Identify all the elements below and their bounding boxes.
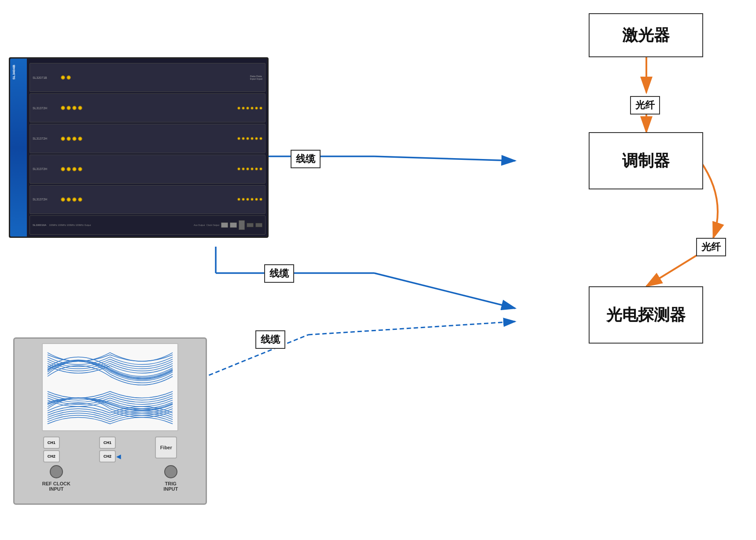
- connector: [72, 137, 77, 141]
- svg-line-4: [374, 156, 515, 161]
- connector-small: [251, 167, 254, 170]
- ch2-trig-knob[interactable]: CH2 ◀: [99, 450, 116, 462]
- connector-small: [246, 167, 249, 170]
- connector: [78, 167, 82, 171]
- ref-clock-label: REF CLOCK: [42, 481, 70, 486]
- connector-small: [251, 198, 254, 201]
- trig-ch-group: CH1 CH2 ◀: [99, 436, 116, 462]
- modulator-label: 调制器: [622, 150, 670, 172]
- connector-small: [259, 198, 262, 201]
- connector: [61, 137, 65, 141]
- connector: [66, 197, 71, 202]
- connector: [66, 167, 71, 171]
- rack-instrument: SL3404B SL32071B Data DataInput Input SL…: [9, 57, 282, 247]
- ch1-input-group: CH1 CH2: [43, 436, 60, 462]
- ch2-trig-label: CH2: [103, 454, 111, 459]
- module-sl31372h-2: SL31372H: [30, 124, 266, 153]
- main-container: 激光器 调制器 光电探测器 光纤 光纤 线缆 线缆 线缆 SL3404B: [0, 0, 756, 540]
- svg-line-9: [308, 322, 515, 335]
- laser-label: 激光器: [622, 25, 670, 46]
- svg-line-8: [189, 335, 308, 383]
- connector-small: [255, 137, 258, 140]
- connector-small: [259, 107, 262, 110]
- trig-input-knob[interactable]: [164, 465, 177, 478]
- connector-small: [237, 107, 240, 110]
- svg-line-7: [374, 273, 515, 308]
- module-sl300016a: SL300016A 100MHz 100MHz 100MHz 100MHz Ou…: [30, 215, 266, 235]
- ch1-trig-knob[interactable]: CH1: [99, 436, 116, 449]
- rack-modules: SL32071B Data DataInput Input SL31372H: [30, 63, 266, 235]
- connector-small: [259, 137, 262, 140]
- connector-small: [255, 167, 258, 170]
- laser-box: 激光器: [589, 13, 703, 57]
- svg-line-2: [646, 253, 700, 286]
- cable-label-dashed: 线缆: [255, 330, 285, 349]
- rack-side-panel: SL3404B: [10, 59, 27, 237]
- ch2-input-knob[interactable]: CH2: [43, 450, 60, 462]
- ethernet-port: [221, 222, 228, 228]
- ch1-trig-label: CH1: [103, 440, 111, 445]
- connector: [61, 75, 65, 80]
- connector-small: [251, 137, 254, 140]
- scope-controls: CH1 CH2 CH1 CH2: [19, 436, 201, 462]
- connector: [66, 106, 71, 110]
- ch1-input-knob[interactable]: CH1: [43, 436, 60, 449]
- fiber-group: Fiber: [155, 436, 177, 459]
- connector: [61, 167, 65, 171]
- cable-label-mid: 线缆: [264, 264, 294, 283]
- ref-clock-knob[interactable]: [50, 465, 63, 478]
- ch1-trig-group: CH1 CH2 ◀: [99, 436, 116, 462]
- ch1-input-label: CH1: [48, 440, 55, 445]
- connector: [61, 197, 65, 202]
- fiber-button[interactable]: Fiber: [155, 436, 177, 459]
- usb-port: [255, 223, 262, 227]
- ref-clock-input-label: INPUT: [42, 486, 70, 492]
- connector-small: [251, 107, 254, 110]
- module-sl32071b: SL32071B Data DataInput Input: [30, 63, 266, 92]
- connector: [78, 197, 82, 202]
- detector-box: 光电探测器: [589, 286, 703, 344]
- connector: [78, 106, 82, 110]
- db9-port: [239, 220, 245, 230]
- connector: [72, 197, 77, 202]
- trig-input-sublabel: INPUT: [163, 486, 178, 492]
- usb-port: [247, 223, 254, 227]
- module-sl31372h-4: SL31372H: [30, 185, 266, 214]
- ch2-input-label: CH2: [48, 454, 55, 459]
- module-sl31372h-1: SL31372H: [30, 93, 266, 122]
- connector: [61, 106, 65, 110]
- connector-small: [242, 137, 245, 140]
- ref-clock-group: REF CLOCK INPUT: [42, 465, 70, 492]
- bottom-knobs-row: REF CLOCK INPUT TRIG INPUT: [19, 465, 201, 492]
- detector-label: 光电探测器: [606, 304, 686, 326]
- connector-small: [242, 198, 245, 201]
- fiber-label-2: 光纤: [696, 238, 726, 256]
- cable-label-top: 线缆: [291, 150, 321, 168]
- connector-small: [259, 167, 262, 170]
- eye-diagram-screen: [42, 343, 178, 431]
- connector: [72, 106, 77, 110]
- input-ch-group: CH1 CH2: [43, 436, 60, 462]
- connector-small: [246, 198, 249, 201]
- module-sl31372h-3: SL31372H: [30, 155, 266, 184]
- connector-small: [246, 137, 249, 140]
- trig-input-label: TRIG: [163, 481, 178, 486]
- oscilloscope: CH1 CH2 CH1 CH2: [13, 337, 207, 505]
- connector-small: [242, 107, 245, 110]
- connector: [78, 137, 82, 141]
- connector-small: [255, 107, 258, 110]
- connector-small: [255, 198, 258, 201]
- connector: [66, 75, 71, 80]
- connector-small: [242, 167, 245, 170]
- connector: [72, 167, 77, 171]
- connector-small: [237, 198, 240, 201]
- ethernet-port: [230, 222, 237, 228]
- connector-small: [246, 107, 249, 110]
- modulator-box: 调制器: [589, 132, 703, 189]
- connector-small: [237, 167, 240, 170]
- connector-small: [237, 137, 240, 140]
- trig-input-group: TRIG INPUT: [163, 465, 178, 492]
- connector: [66, 137, 71, 141]
- fiber-label-1: 光纤: [630, 96, 660, 115]
